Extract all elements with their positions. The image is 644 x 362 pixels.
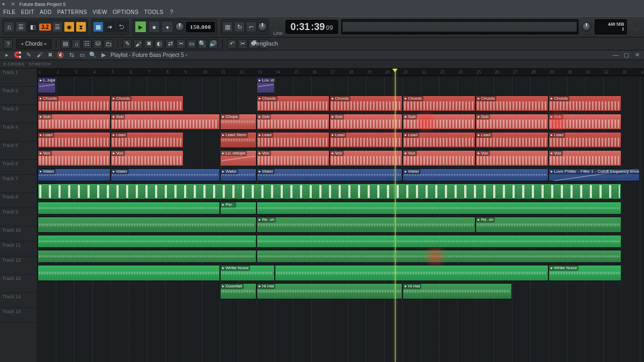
slip-tool-icon[interactable]: ⇆ — [68, 51, 75, 59]
clip[interactable]: ▸ Water — [220, 168, 257, 181]
track-header[interactable]: Track 8 — [0, 193, 37, 208]
main-volume-knob[interactable] — [175, 22, 185, 32]
step-mode-icon[interactable]: ▥ — [222, 21, 233, 32]
bar-number[interactable]: 16 — [311, 69, 330, 76]
swing-knob[interactable] — [258, 22, 267, 32]
bar-number[interactable]: 24 — [457, 69, 475, 76]
bar-number[interactable]: 18 — [348, 69, 366, 76]
bar-number[interactable]: 3 — [74, 69, 92, 76]
bar-number[interactable]: 10 — [202, 69, 220, 76]
maximize-icon[interactable]: ▢ — [623, 51, 630, 59]
clip[interactable]: ▸ Vox — [330, 150, 402, 166]
menu-add[interactable]: ADD — [38, 9, 54, 16]
tool-paint-icon[interactable]: 🖌 — [133, 39, 143, 49]
bar-number[interactable]: 32 — [603, 69, 621, 76]
play-tool-icon[interactable]: ▶ — [100, 51, 107, 59]
clip[interactable]: ▸ Sub — [330, 114, 402, 130]
clip[interactable]: ▸ Water — [402, 168, 548, 181]
bar-number[interactable]: 27 — [512, 69, 530, 76]
clip[interactable]: ▸ Vox — [475, 150, 548, 166]
view-browser-icon[interactable]: 🗀 — [104, 39, 113, 49]
clip[interactable]: ▸ Downfall — [220, 283, 257, 299]
clip[interactable] — [38, 265, 220, 281]
menu-edit[interactable]: EDIT — [19, 9, 36, 16]
record-button[interactable]: ● — [162, 21, 173, 33]
clip[interactable]: ▸ Water — [38, 168, 111, 181]
render-icon[interactable]: �englisch — [259, 39, 269, 49]
menu-?[interactable]: ? — [168, 9, 175, 16]
bar-number[interactable]: 2 — [56, 69, 74, 76]
tool-slice-icon[interactable]: ✂ — [176, 39, 186, 49]
play-button[interactable]: ▶ — [135, 21, 147, 33]
clip[interactable]: ▸ Re..sh — [257, 217, 475, 233]
clip[interactable]: ▸ Vox — [38, 150, 111, 166]
master-pitch-knob[interactable] — [582, 22, 591, 32]
clip[interactable]: ▸ Hi Hat — [402, 283, 512, 299]
close-icon[interactable]: ✕ — [633, 51, 641, 59]
clip[interactable]: ▸ Lead — [402, 132, 475, 148]
time-display[interactable]: 0:31 :39 09 — [286, 20, 338, 34]
clip[interactable]: ▸ Sub — [257, 114, 330, 130]
menu-file[interactable]: FILE — [1, 9, 18, 16]
clip[interactable] — [257, 250, 621, 263]
magnet-icon[interactable]: 🧲 — [14, 51, 21, 59]
clip[interactable]: ▸ L..lope — [38, 77, 56, 93]
clip[interactable] — [257, 202, 621, 215]
bar-number[interactable]: 6 — [129, 69, 147, 76]
clip[interactable]: ▸ Chords — [38, 95, 111, 112]
track-header[interactable]: Track 14 — [0, 293, 37, 308]
bar-number[interactable]: 15 — [293, 69, 311, 76]
clip[interactable]: ▸ Vox — [402, 150, 475, 166]
bar-ruler[interactable]: 1234567891011121314151617181920212223242… — [38, 69, 644, 76]
bar-number[interactable]: 5 — [111, 69, 129, 76]
close-tab-icon[interactable]: ✕ — [11, 1, 16, 6]
history-icon[interactable]: ↶ — [227, 39, 237, 49]
bar-number[interactable]: 30 — [567, 69, 585, 76]
bar-number[interactable]: 13 — [257, 69, 275, 76]
clip[interactable]: ▸ Sub — [548, 114, 621, 130]
track-header[interactable]: Track 5 — [0, 142, 37, 160]
clip[interactable]: ▸ Lov..elope — [257, 77, 275, 93]
song-overview[interactable] — [341, 19, 579, 34]
zoom-tool-icon[interactable]: 🔍 — [89, 51, 97, 59]
clip[interactable]: ▸ Vox — [548, 150, 621, 166]
clip[interactable]: ▸ Hi Hat — [257, 283, 402, 299]
clip[interactable]: ▸ Chords — [257, 95, 330, 112]
playhead-marker[interactable] — [392, 69, 398, 75]
clip[interactable]: ▸ Lead — [38, 132, 111, 148]
menu-options[interactable]: OPTIONS — [111, 9, 141, 16]
countdown-icon[interactable]: ⧗ — [76, 21, 86, 32]
track-header[interactable]: Track 13 — [0, 275, 37, 293]
link-icon[interactable]: ⮌ — [116, 21, 127, 32]
stop-button[interactable]: ■ — [148, 21, 160, 33]
menu-view[interactable]: VIEW — [90, 9, 109, 16]
menu-tools[interactable]: TOOLS — [142, 9, 165, 16]
clip[interactable]: ▸ Sub — [38, 114, 111, 130]
tool-zoom-icon[interactable]: 🔍 — [197, 39, 207, 49]
bar-number[interactable]: 29 — [548, 69, 567, 76]
bar-number[interactable]: 25 — [475, 69, 494, 76]
bar-number[interactable]: 21 — [402, 69, 421, 76]
clip[interactable] — [38, 235, 257, 248]
clip[interactable]: ▸ White Noise — [548, 265, 621, 281]
pattern-list-icon[interactable]: ☰ — [16, 21, 26, 32]
pattern-prev-icon[interactable]: ⎌ — [4, 21, 14, 32]
track-header[interactable]: Track 6 — [0, 160, 37, 175]
clip[interactable]: ▸ Lead — [111, 132, 184, 148]
clip[interactable]: ▸ Sub — [402, 114, 475, 130]
tool-draw-icon[interactable]: ✎ — [122, 39, 132, 49]
bar-number[interactable]: 1 — [38, 69, 56, 76]
pattern-number[interactable]: 3.2 — [39, 24, 51, 31]
bar-number[interactable]: 17 — [330, 69, 348, 76]
bar-number[interactable]: 8 — [165, 69, 184, 76]
clip[interactable]: ▸ Lead — [475, 132, 548, 148]
clip[interactable]: ▸ Sub — [111, 114, 220, 130]
select-tool-icon[interactable]: ▭ — [78, 51, 86, 59]
clip[interactable]: ▸ Lead — [330, 132, 402, 148]
bar-number[interactable]: 31 — [585, 69, 603, 76]
view-piano-icon[interactable]: ♫ — [71, 39, 81, 49]
bar-number[interactable]: 26 — [494, 69, 512, 76]
clip[interactable] — [275, 265, 548, 281]
minimize-icon[interactable]: — — [612, 51, 619, 59]
clip[interactable]: ▸ White Noise — [220, 265, 275, 281]
